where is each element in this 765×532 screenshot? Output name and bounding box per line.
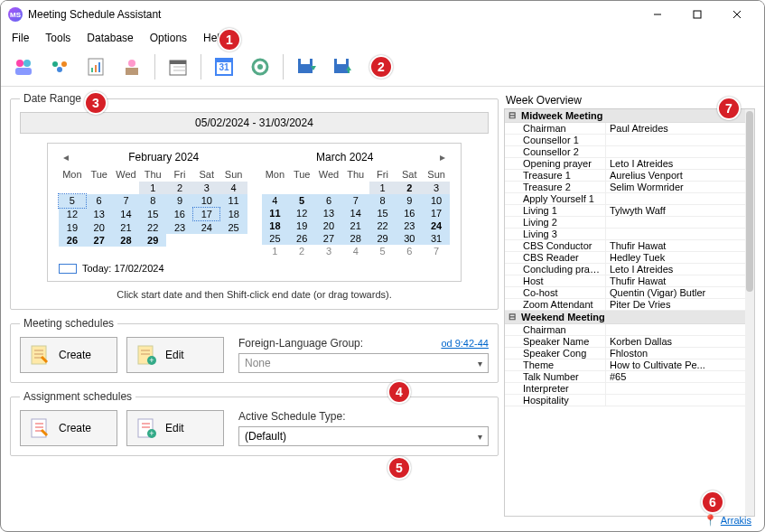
svg-point-7 [52,61,58,67]
svg-rect-12 [95,65,97,72]
maximize-icon [693,10,702,19]
tree-row[interactable]: ChairmanPaul Atreides [505,123,745,135]
location-link[interactable]: Arrakis [721,515,751,526]
week-overview-tree[interactable]: Midweek MeetingChairmanPaul AtreidesCoun… [504,108,755,517]
tree-row[interactable]: Counsellor 1 [505,135,745,146]
list-edit-icon: + [135,416,158,440]
foreign-language-label: Foreign-Language Group: [238,337,363,350]
svg-rect-17 [170,61,186,64]
midweek-meeting-header[interactable]: Midweek Meeting [505,109,745,123]
tree-row[interactable]: Living 1Tylwyth Waff [505,205,745,217]
tree-row[interactable]: Chairman [505,324,745,336]
tree-row[interactable]: Speaker CongFhloston [505,348,745,359]
calendar-feb[interactable]: MonTueWedThuFriSatSun1234567891011121314… [59,167,247,248]
menu-database[interactable]: Database [79,30,140,46]
date-range-hint: Click start date and then Shift-click en… [20,289,489,300]
calendar-plain-icon [166,55,190,79]
toolbar-btn-1[interactable] [6,51,41,82]
toolbar-btn-5[interactable] [161,51,195,82]
toolbar-btn-8[interactable] [289,51,323,82]
tree-row[interactable]: Counsellor 2 [505,146,745,158]
tree-row[interactable]: ThemeHow to Cultivate Pe... [505,359,745,371]
doc-edit-icon: + [135,343,158,367]
calendar-prev[interactable]: ◂ [59,151,73,163]
today-label[interactable]: Today: 17/02/2024 [82,263,164,274]
svg-rect-38 [32,419,46,437]
toolbar-btn-2[interactable] [42,51,77,82]
tree-row[interactable]: CBS ReaderHedley Tuek [505,252,745,264]
menu-file[interactable]: File [5,30,36,46]
active-schedule-combo[interactable]: (Default) [238,426,489,446]
tree-row[interactable]: Living 3 [505,229,745,240]
meeting-schedules-group: Meeting schedules Create + Edit Fore [10,317,499,383]
calendar-next[interactable]: ▸ [435,151,450,163]
foreign-language-combo[interactable]: None [238,353,489,373]
tree-scrollbar[interactable] [745,109,754,516]
location-pin-icon: 📍 [704,514,717,527]
svg-rect-1 [694,11,701,18]
date-range-header: 05/02/2024 - 31/03/2024 [20,112,489,134]
menubar: File Tools Database Options Help [1,28,764,48]
maximize-button[interactable] [677,2,717,27]
assignment-schedules-group: Assignment schedules Create + Edit A [10,390,499,456]
annotation-badge-5: 5 [387,456,411,480]
tree-row[interactable]: Hospitality [505,395,745,406]
date-range-legend: Date Range [20,92,85,105]
toolbar-btn-3[interactable] [79,51,113,82]
minimize-icon [653,10,662,19]
svg-rect-26 [301,59,310,64]
weekend-meeting-header[interactable]: Weekend Meeting [505,311,745,324]
toolbar-btn-7[interactable] [243,51,277,82]
annotation-badge-1: 1 [218,28,241,51]
assignment-create-button[interactable]: Create [20,410,117,446]
svg-point-24 [257,64,263,70]
tree-row[interactable]: Opening prayerLeto I Atreides [505,158,745,170]
report-icon [84,55,107,79]
tree-row[interactable]: Concluding prayerLeto I Atreides [505,264,745,275]
tree-row[interactable]: Speaker NameKorben Dallas [505,336,745,348]
menu-options[interactable]: Options [143,30,194,46]
tree-row[interactable]: Zoom AttendantPiter De Vries [505,299,745,311]
calendar-month-2[interactable]: March 2024 [255,151,436,163]
toolbar-btn-6[interactable]: 31 [207,51,241,82]
tree-row[interactable]: Interpreter [505,383,745,395]
calendar[interactable]: ◂ February 2024 March 2024 ▸ MonTueWedTh… [47,143,462,282]
window-title: Meeting Schedule Assistant [28,8,638,21]
toolbar-btn-4[interactable] [115,51,149,82]
annotation-badge-4: 4 [387,380,411,404]
tree-row[interactable]: Talk Number#65 [505,371,745,383]
scripture-link[interactable]: od 9:42-44 [441,338,489,349]
annotation-badge-7: 7 [717,97,741,120]
svg-point-8 [61,61,67,67]
tree-row[interactable]: Treasure 2Selim Wormrider [505,182,745,193]
assignment-schedules-legend: Assignment schedules [20,390,135,403]
statusbar: 📍 Arrakis [1,509,764,531]
svg-rect-29 [32,346,46,364]
svg-point-4 [16,60,23,67]
list-create-icon [28,416,51,440]
close-button[interactable] [717,2,757,27]
tree-row[interactable]: Living 2 [505,217,745,229]
svg-text:+: + [149,356,154,365]
menu-tools[interactable]: Tools [38,30,78,46]
calendar-mar[interactable]: MonTueWedThuFriSatSun1234567891011121314… [262,167,451,257]
minimize-button[interactable] [638,2,677,27]
svg-point-15 [128,60,135,67]
tree-row[interactable]: HostThufir Hawat [505,275,745,287]
today-indicator-icon [59,264,77,274]
meeting-edit-button[interactable]: + Edit [126,337,224,373]
svg-point-5 [23,60,31,67]
svg-rect-14 [126,68,138,75]
annotation-badge-6: 6 [701,490,724,514]
date-range-group: Date Range 05/02/2024 - 31/03/2024 ◂ Feb… [10,92,499,310]
tree-row[interactable]: CBS ConductorThufir Hawat [505,240,745,252]
app-logo: MS [8,7,23,22]
toolbar-btn-9[interactable] [325,51,359,82]
tree-row[interactable]: Co-hostQuentin (Vigar) Butler [505,287,745,299]
calendar-month-1[interactable]: February 2024 [73,151,255,163]
tree-row[interactable]: Treasure 1Aurelius Venport [505,170,745,182]
meeting-create-button[interactable]: Create [20,337,117,373]
active-schedule-label: Active Schedule Type: [238,410,346,423]
assignment-edit-button[interactable]: + Edit [126,410,224,446]
tree-row[interactable]: Apply Yourself 1 [505,193,745,205]
